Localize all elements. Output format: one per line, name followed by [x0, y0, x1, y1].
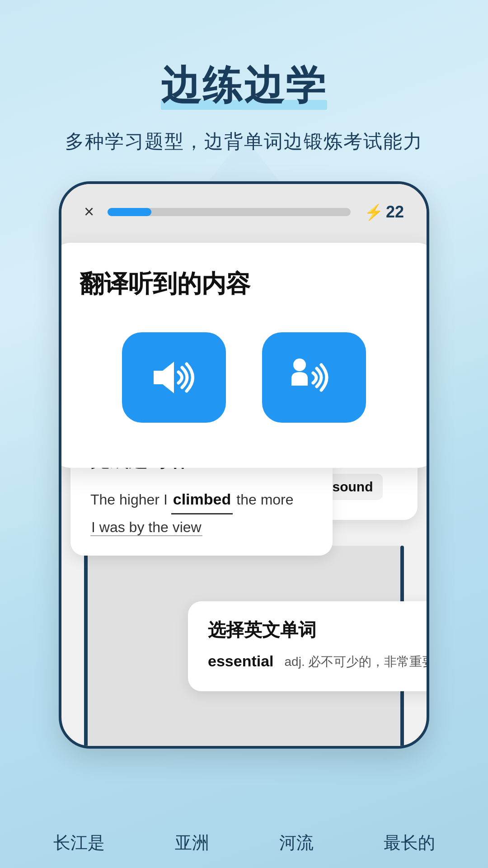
- page-container: 边练边学 多种学习题型，边背单词边锻炼考试能力 × ⚡ 22: [0, 0, 488, 868]
- progress-bar-fill: [108, 208, 151, 216]
- progress-row: × ⚡ 22: [84, 202, 404, 222]
- header-section: 边练边学 多种学习题型，边背单词边锻炼考试能力: [0, 0, 488, 154]
- progress-bar-track: [108, 208, 351, 216]
- phone-mockup-area: × ⚡ 22 翻译听到的内容: [0, 181, 488, 749]
- speaker-button[interactable]: [122, 332, 226, 423]
- select-word-label: 选择英文单词: [208, 618, 429, 642]
- score-value: 22: [386, 203, 404, 222]
- bottom-word-2: 亚洲: [175, 831, 209, 854]
- slow-speaker-icon: [287, 355, 341, 400]
- page-title: 边练边学: [161, 59, 327, 113]
- sentence-blank: climbed: [171, 486, 233, 514]
- word-definition-text: adj. 必不可少的，非常重要的: [285, 652, 429, 671]
- slow-speaker-button[interactable]: [262, 332, 366, 423]
- bottom-word-1: 长江是: [53, 831, 105, 854]
- sentence-part1: The higher I: [90, 487, 168, 513]
- bottom-word-3: 河流: [279, 831, 314, 854]
- phone-frame: × ⚡ 22 翻译听到的内容: [59, 181, 429, 749]
- translate-card-title: 翻译听到的内容: [80, 268, 408, 301]
- phone-inner: × ⚡ 22 翻译听到的内容: [61, 184, 427, 429]
- sentence-part2: the more: [236, 487, 293, 513]
- score-badge: ⚡ 22: [364, 203, 404, 222]
- bottom-word-4: 最长的: [384, 831, 435, 854]
- bottom-word-row: 长江是 亚洲 河流 最长的: [0, 818, 488, 868]
- lightning-icon: ⚡: [364, 203, 383, 221]
- sentence-line1: The higher I climbed the more: [90, 486, 313, 514]
- word-definition: essential adj. 必不可少的，非常重要的: [208, 652, 429, 671]
- tag2-bold: sound: [332, 479, 373, 494]
- svg-marker-2: [154, 362, 174, 393]
- sentence-line2: I was by the view: [90, 519, 313, 536]
- sentence-underline: I was by the view: [90, 519, 202, 536]
- svg-point-3: [293, 359, 306, 371]
- select-word-card: 选择英文单词 essential adj. 必不可少的，非常重要的: [188, 601, 429, 691]
- audio-buttons-row: [80, 323, 408, 436]
- close-button[interactable]: ×: [84, 202, 94, 222]
- translate-audio-card: 翻译听到的内容: [59, 243, 429, 468]
- speaker-icon: [147, 355, 201, 400]
- word-english: essential: [208, 652, 274, 670]
- page-subtitle: 多种学习题型，边背单词边锻炼考试能力: [0, 129, 488, 154]
